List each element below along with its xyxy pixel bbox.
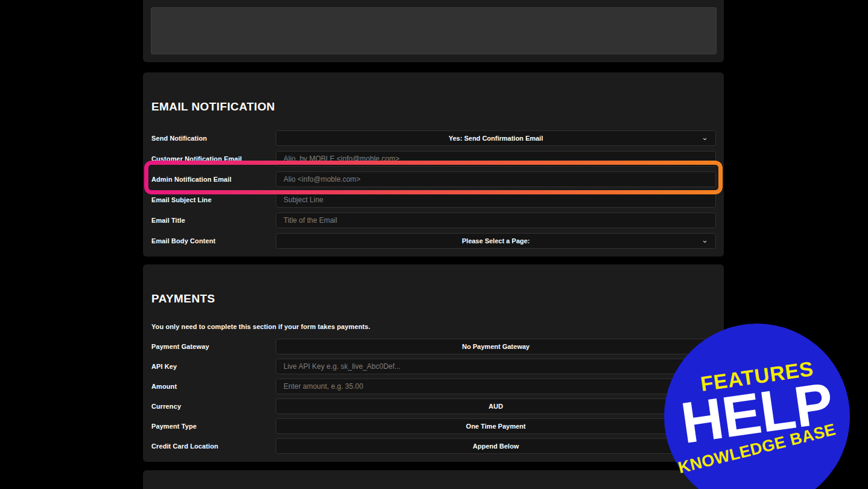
payment-type-label: Payment Type	[151, 423, 276, 430]
amount-label: Amount	[151, 383, 276, 390]
admin-notification-email-row: Admin Notification Email	[151, 171, 716, 187]
customer-notification-email-input[interactable]	[276, 151, 716, 167]
payment-gateway-label: Payment Gateway	[151, 343, 276, 350]
api-key-input[interactable]	[276, 359, 716, 374]
email-title-row: Email Title	[151, 213, 716, 228]
credit-card-location-select[interactable]: Append Below ⌄	[276, 438, 716, 454]
credit-card-location-value: Append Below	[473, 443, 519, 450]
send-notification-label: Send Notification	[151, 135, 276, 142]
email-notification-title: EMAIL NOTIFICATION	[151, 100, 716, 113]
api-key-label: API Key	[151, 363, 276, 370]
send-notification-select[interactable]: Yes: Send Confirmation Email ⌄	[276, 130, 716, 146]
email-title-label: Email Title	[151, 217, 276, 224]
payments-section: PAYMENTS You only need to complete this …	[143, 264, 724, 462]
currency-label: Currency	[151, 403, 276, 410]
customer-notification-email-label: Customer Notification Email	[151, 155, 276, 162]
email-subject-line-label: Email Subject Line	[151, 196, 276, 203]
payment-type-select[interactable]: One Time Payment ⌄	[276, 418, 716, 434]
currency-row: Currency AUD ⌄	[151, 398, 716, 414]
email-notification-section: EMAIL NOTIFICATION Send Notification Yes…	[143, 72, 724, 257]
amount-row: Amount	[151, 379, 716, 394]
email-title-input[interactable]	[276, 213, 716, 228]
email-body-content-value: Please Select a Page:	[462, 237, 530, 245]
chevron-down-icon: ⌄	[702, 235, 708, 245]
payment-gateway-row: Payment Gateway No Payment Gateway ⌄	[151, 339, 716, 354]
payments-title: PAYMENTS	[151, 292, 716, 305]
payment-type-row: Payment Type One Time Payment ⌄	[151, 418, 716, 434]
amount-input[interactable]	[276, 379, 716, 394]
currency-value: AUD	[489, 403, 503, 410]
chevron-down-icon: ⌄	[702, 133, 708, 142]
credit-card-location-row: Credit Card Location Append Below ⌄	[151, 438, 716, 454]
email-body-content-select[interactable]: Please Select a Page: ⌄	[276, 233, 716, 249]
email-subject-line-input[interactable]	[276, 192, 716, 208]
email-subject-line-row: Email Subject Line	[151, 192, 716, 208]
content-textarea[interactable]	[151, 7, 717, 54]
api-key-row: API Key	[151, 359, 716, 374]
page: EMAIL NOTIFICATION Send Notification Yes…	[0, 0, 868, 489]
payment-gateway-select[interactable]: No Payment Gateway ⌄	[276, 339, 716, 354]
payment-type-value: One Time Payment	[466, 423, 526, 430]
admin-notification-email-input[interactable]	[276, 171, 716, 187]
payments-note: You only need to complete this section i…	[151, 323, 716, 330]
credit-card-location-label: Credit Card Location	[151, 443, 276, 450]
send-notification-value: Yes: Send Confirmation Email	[449, 135, 543, 142]
payments-rows: Payment Gateway No Payment Gateway ⌄ API…	[151, 339, 716, 454]
email-notification-rows: Send Notification Yes: Send Confirmation…	[151, 130, 716, 249]
bottom-partial-panel	[143, 470, 724, 489]
send-notification-row: Send Notification Yes: Send Confirmation…	[151, 130, 716, 146]
email-body-content-label: Email Body Content	[151, 237, 276, 245]
customer-notification-email-row: Customer Notification Email	[151, 151, 716, 167]
top-partial-panel	[143, 0, 724, 62]
payment-gateway-value: No Payment Gateway	[462, 343, 530, 350]
email-body-content-row: Email Body Content Please Select a Page:…	[151, 233, 716, 249]
admin-notification-email-label: Admin Notification Email	[151, 176, 276, 183]
currency-select[interactable]: AUD ⌄	[276, 398, 716, 414]
